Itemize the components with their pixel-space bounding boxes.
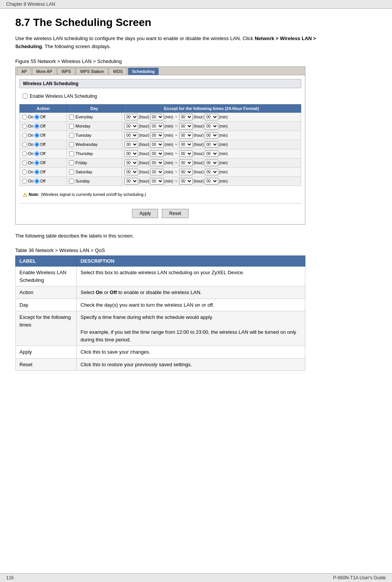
desc-description-3: Specify a time frame during which the sc… <box>77 311 305 346</box>
action-cell: On Off <box>20 158 67 167</box>
radio-off-2[interactable] <box>34 133 39 138</box>
hour-end-2[interactable]: 00 <box>179 132 193 139</box>
radio-off-3[interactable] <box>34 142 39 147</box>
min-start-7[interactable]: 00 <box>150 178 164 184</box>
min-end-1[interactable]: 00 <box>205 123 218 129</box>
min-label-5: (min) <box>165 161 173 165</box>
radio-on-5[interactable] <box>22 160 27 165</box>
min-end-label-1: (min) <box>219 124 228 128</box>
desc-description-2: Check the day(s) you want to turn the wi… <box>77 299 305 311</box>
day-label-Tuesday: Tuesday <box>76 133 92 137</box>
hour-label-5: (hour) <box>139 161 149 165</box>
apply-button[interactable]: Apply <box>132 209 158 218</box>
radio-off-5[interactable] <box>34 160 39 165</box>
hour-label-4: (hour) <box>139 152 149 156</box>
hour-start-5[interactable]: 00 <box>124 160 138 166</box>
min-start-3[interactable]: 00 <box>150 141 164 148</box>
min-start-1[interactable]: 00 <box>150 123 164 129</box>
min-end-5[interactable]: 00 <box>205 160 218 166</box>
col-day: Day <box>66 104 122 112</box>
day-checkbox-Sunday[interactable] <box>69 179 74 184</box>
radio-off-4[interactable] <box>34 151 39 156</box>
min-end-6[interactable]: 00 <box>205 169 218 175</box>
footer-title: P-660N-T1A User's Guide <box>333 575 386 580</box>
hour-end-label-1: (hour) <box>194 124 204 128</box>
action-cell: On Off <box>20 149 67 158</box>
min-end-4[interactable]: 00 <box>205 150 218 157</box>
min-end-0[interactable]: 00 <box>205 114 218 120</box>
day-checkbox-Thursday[interactable] <box>69 151 74 156</box>
min-end-3[interactable]: 00 <box>205 141 218 148</box>
hour-start-6[interactable]: 00 <box>124 169 138 175</box>
hour-end-4[interactable]: 00 <box>179 150 193 157</box>
radio-off-1[interactable] <box>34 124 39 129</box>
min-start-0[interactable]: 00 <box>150 114 164 120</box>
hour-label-6: (hour) <box>139 170 149 174</box>
desc-label-3: Except for the following times <box>16 311 77 346</box>
min-start-4[interactable]: 00 <box>150 150 164 157</box>
times-cell: 00 (hour) 00 (min) ~ 00 (hour) 00 (min) <box>122 158 301 167</box>
table-row: On Off Everyday 00 (hour) 00 (min) ~ 00 … <box>20 112 301 121</box>
tilde-1: ~ <box>174 124 178 128</box>
desc-row: Enable Wireless LAN SchedulingSelect thi… <box>16 267 305 286</box>
radio-on-0[interactable] <box>22 115 27 120</box>
radio-off-7[interactable] <box>34 179 39 184</box>
min-start-5[interactable]: 00 <box>150 160 164 166</box>
hour-end-3[interactable]: 00 <box>179 141 193 148</box>
day-checkbox-Saturday[interactable] <box>69 170 74 175</box>
day-checkbox-Monday[interactable] <box>69 124 74 129</box>
hour-end-7[interactable]: 00 <box>179 178 193 184</box>
figure-caption: Network > Wireless LAN > Scheduling <box>38 58 122 64</box>
desc-label-0: Enable Wireless LAN Scheduling <box>16 267 77 286</box>
hour-end-1[interactable]: 00 <box>179 123 193 129</box>
radio-off-0[interactable] <box>34 115 39 120</box>
hour-end-0[interactable]: 00 <box>179 114 193 120</box>
intro-paragraph: Use the wireless LAN scheduling to confi… <box>15 35 321 51</box>
hour-start-4[interactable]: 00 <box>124 150 138 157</box>
radio-on-2[interactable] <box>22 133 27 138</box>
radio-on-1[interactable] <box>22 124 27 129</box>
min-end-label-3: (min) <box>219 142 228 147</box>
tab-scheduling[interactable]: Scheduling <box>128 68 159 75</box>
day-checkbox-Wednesday[interactable] <box>69 142 74 147</box>
day-label-Sunday: Sunday <box>76 179 90 183</box>
tab-wps[interactable]: WPS <box>57 68 75 75</box>
hour-end-5[interactable]: 00 <box>179 160 193 166</box>
radio-on-7[interactable] <box>22 179 27 184</box>
table36-number: Table 36 <box>15 247 34 253</box>
day-checkbox-Everyday[interactable] <box>69 115 74 120</box>
hour-start-1[interactable]: 00 <box>124 123 138 129</box>
day-checkbox-Friday[interactable] <box>69 160 74 165</box>
tab-wds[interactable]: WDS <box>109 68 127 75</box>
hour-start-7[interactable]: 00 <box>124 178 138 184</box>
tab-more-ap[interactable]: More AP <box>32 68 56 75</box>
min-end-7[interactable]: 00 <box>205 178 218 184</box>
reset-button[interactable]: Reset <box>162 209 188 218</box>
tab-wps-station[interactable]: WPS Station <box>76 68 108 75</box>
desc-row: Except for the following timesSpecify a … <box>16 311 305 346</box>
hour-start-3[interactable]: 00 <box>124 141 138 148</box>
day-checkbox-Tuesday[interactable] <box>69 133 74 138</box>
min-start-6[interactable]: 00 <box>150 169 164 175</box>
radio-on-4[interactable] <box>22 151 27 156</box>
tilde-7: ~ <box>174 179 178 183</box>
min-start-2[interactable]: 00 <box>150 132 164 139</box>
min-end-2[interactable]: 00 <box>205 132 218 139</box>
desc-label-2: Day <box>16 299 77 311</box>
desc-table: LABEL DESCRIPTION Enable Wireless LAN Sc… <box>15 255 305 371</box>
tilde-3: ~ <box>174 142 178 147</box>
radio-on-6[interactable] <box>22 170 27 175</box>
hour-end-6[interactable]: 00 <box>179 169 193 175</box>
radio-on-3[interactable] <box>22 142 27 147</box>
day-cell: Everyday <box>66 112 122 121</box>
hour-start-0[interactable]: 00 <box>124 114 138 120</box>
radio-off-6[interactable] <box>34 170 39 175</box>
action-cell: On Off <box>20 176 67 186</box>
min-label-7: (min) <box>165 179 173 183</box>
tab-ap[interactable]: AP <box>17 68 31 75</box>
enable-scheduling-checkbox[interactable] <box>23 94 27 99</box>
day-cell: Sunday <box>66 176 122 186</box>
note-text: (Wireless signal is currently turned on/… <box>41 192 146 197</box>
hour-start-2[interactable]: 00 <box>124 132 138 139</box>
hour-label-1: (hour) <box>139 124 149 128</box>
